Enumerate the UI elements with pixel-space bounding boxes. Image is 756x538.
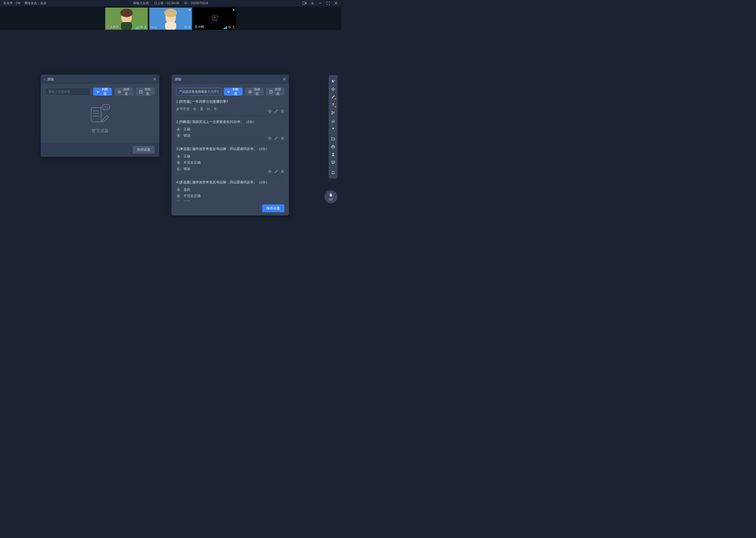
move-icon[interactable] [329,85,338,93]
quiz-panel-empty: ‹ 测验 ✕ 判断题 选择题 [41,75,159,157]
svg-point-32 [107,107,108,107]
main-area: ‹ 测验 ✕ 判断题 选择题 [0,30,341,243]
svg-point-30 [104,107,105,107]
option-text: 错误 [183,133,190,138]
edit-icon[interactable] [274,170,278,173]
option-badge: B [176,160,181,165]
close-window-icon[interactable] [334,1,338,5]
delete-icon[interactable] [281,109,284,113]
question-title: 1 [简答题] 一年四季分别是哪四季? [176,99,284,104]
edit-icon[interactable] [274,136,278,140]
question-item: 1 [简答题] 一年四季分别是哪四季?参考答案：春、夏、秋、冬 [176,96,284,116]
bgcolor-icon[interactable] [329,125,338,133]
quiz-name-input[interactable] [45,88,91,96]
mic-icon [144,26,147,29]
question-item: 3 [单选题] 施华洛世奇是反华品牌，所以梁鼎琪反华。（2分） A 正确 B 不… [176,143,284,176]
option-row[interactable]: B 不完全正确 [176,160,284,165]
option-text: 错误 [183,167,190,171]
text-icon[interactable]: T [329,101,338,109]
question-title: 2 [判断题] 我国宪法上一次更新是在2020年。（2分） [176,120,284,124]
svg-point-41 [332,113,333,114]
pencil-icon[interactable] [329,93,338,101]
audio-indicators [223,26,235,29]
option-badge: B [176,133,181,138]
bell-icon[interactable] [329,169,338,177]
close-icon[interactable]: ✕ [188,8,191,12]
save-quiz-button[interactable]: 保存试卷 [132,146,155,154]
option-row[interactable]: B 不完全正确 [176,193,284,198]
fullscreen-icon[interactable] [326,1,330,5]
scissors-icon[interactable] [329,109,338,117]
panel-title: 测验 [47,77,54,82]
session-id: ID：2020070324 [184,1,208,6]
move-icon[interactable] [268,136,272,140]
judge-question-button[interactable]: 判断题 [93,88,112,96]
svg-point-20 [229,27,230,27]
eraser-icon[interactable] [329,117,338,125]
choice-icon [248,90,252,93]
question-list[interactable]: 1 [简答题] 一年四季分别是哪四季?参考答案：春、夏、秋、冬 2 [判断题] … [171,96,289,201]
quiz-name-input[interactable] [176,88,221,96]
question-title: 4 [多选题] 施华洛世奇是反华品牌，所以梁鼎琪反华。（2分） [176,180,284,185]
video-name-label: 叮当老师 [106,25,119,29]
video-tile[interactable]: 王小明✕ [193,8,236,30]
option-badge: A [176,154,181,159]
save-quiz-button[interactable]: 保存试卷 [262,204,284,212]
question-item: 4 [多选题] 施华洛世奇是反华品牌，所以梁鼎琪反华。（2分） A 是的 B 不… [176,176,284,201]
delete-icon[interactable] [281,136,284,140]
move-icon[interactable] [268,109,272,113]
svg-point-38 [334,81,335,81]
toolbox-icon[interactable] [329,143,338,150]
close-icon[interactable]: ✕ [282,77,286,82]
option-row[interactable]: A 正确 [176,154,284,159]
short-answer-button[interactable]: T 简答题 [136,88,155,96]
option-badge: C [176,167,181,171]
hand-raise-count: 0/2 [329,198,333,201]
folder-icon[interactable] [329,135,338,143]
question-title: 3 [单选题] 施华洛世奇是反华品牌，所以梁鼎琪反华。（2分） [176,146,284,151]
svg-rect-7 [121,22,132,30]
option-row[interactable]: A 正确 [176,127,284,132]
svg-point-18 [214,17,216,19]
question-item: 2 [判断题] 我国宪法上一次更新是在2020年。（2分） A 正确 B 错误 [176,116,284,143]
mic-icon [232,26,235,29]
edit-icon[interactable] [274,109,278,113]
panel-title: 测验 [174,77,181,82]
svg-rect-10 [145,26,146,27]
video-tile[interactable]: 叮当老师 [105,8,148,30]
option-row[interactable]: A 是的 [176,187,284,192]
camera-toggle-icon[interactable] [303,1,307,5]
video-name-label: 王小明 [195,25,204,29]
choice-question-button[interactable]: 选择题 [115,88,133,96]
svg-rect-21 [233,26,234,27]
chat-icon[interactable] [329,158,338,166]
hand-raise-badge[interactable]: 0/2 [324,190,338,203]
option-text: 是的 [183,187,190,192]
back-icon[interactable]: ‹ [44,77,45,81]
svg-point-51 [334,162,334,162]
svg-point-9 [141,27,142,27]
close-icon[interactable]: ✕ [153,77,156,82]
svg-rect-0 [303,2,305,4]
video-tile[interactable]: Nina✕ [149,8,192,30]
option-row[interactable]: C 错误 [176,200,284,201]
cursor-icon[interactable] [329,77,338,85]
elapsed-time: 已上课：02:34:09 [154,1,179,6]
signal-icon [140,26,143,29]
move-icon[interactable] [268,170,272,173]
minimize-icon[interactable] [318,1,322,5]
network-status: 网络状态：良好 [24,1,46,6]
delete-icon[interactable] [281,170,284,173]
user-icon[interactable] [329,150,338,158]
short-answer-button[interactable]: T 简答题 [266,88,285,96]
settings-icon[interactable] [310,1,314,5]
judge-question-button[interactable]: 判断题 [224,88,243,96]
video-name-label: Nina [150,26,157,29]
svg-point-47 [332,153,334,154]
svg-point-43 [332,128,334,129]
svg-point-37 [334,80,334,81]
close-icon[interactable]: ✕ [232,8,235,12]
choice-question-button[interactable]: 选择题 [245,88,264,96]
empty-illustration [87,103,113,125]
option-text: 正确 [183,154,190,159]
